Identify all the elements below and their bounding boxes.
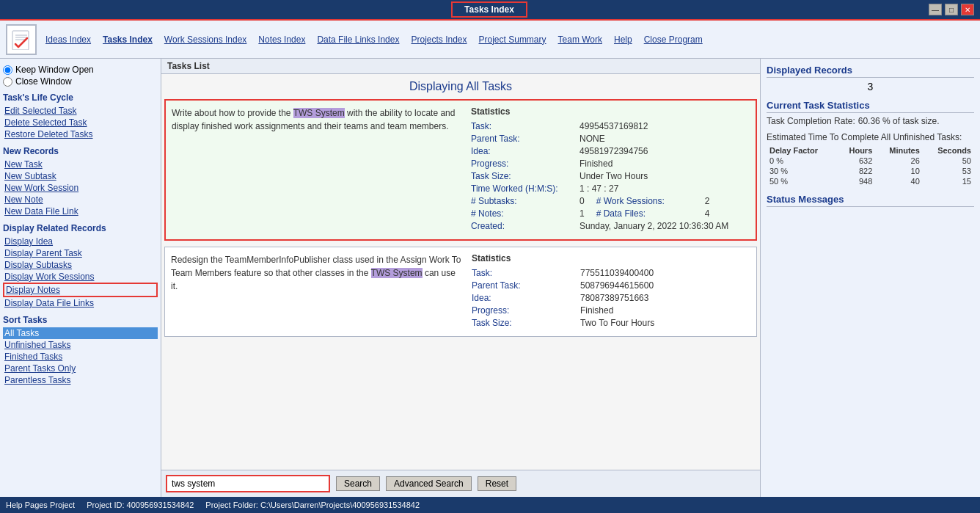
- tasks-list-title: Displaying All Tasks: [161, 74, 760, 96]
- stat-value-size-2: Two To Four Hours: [580, 318, 654, 328]
- status-messages-title: Status Messages: [767, 194, 974, 207]
- reset-button[interactable]: Reset: [478, 476, 516, 491]
- estimate-delay-0: 0 %: [767, 156, 837, 166]
- keep-window-label: Keep Window Open: [15, 65, 94, 75]
- sidebar-new-note[interactable]: New Note: [3, 194, 158, 205]
- sidebar-delete-task[interactable]: Delete Selected Task: [3, 117, 158, 128]
- logo-icon: [11, 29, 32, 50]
- keep-window-radio[interactable]: [3, 65, 12, 75]
- content-area: Tasks List Displaying All Tasks Write ab…: [161, 59, 760, 497]
- sidebar-parentless-tasks[interactable]: Parentless Tasks: [3, 374, 158, 386]
- keep-window-open-option[interactable]: Keep Window Open: [3, 65, 158, 75]
- menu-link-notes-index[interactable]: Notes Index: [258, 34, 305, 45]
- sidebar-new-work-session[interactable]: New Work Session: [3, 182, 158, 194]
- sidebar-finished-tasks[interactable]: Finished Tasks: [3, 351, 158, 363]
- sidebar-all-tasks[interactable]: All Tasks: [3, 327, 158, 339]
- estimate-header-seconds: Seconds: [923, 145, 974, 156]
- stat-value-task-2: 775511039400400: [580, 268, 654, 278]
- stat-pair-notes-1: # Notes: 1: [471, 208, 585, 219]
- estimate-table: Delay Factor Hours Minutes Seconds 0 % 6…: [767, 145, 974, 186]
- sidebar-new-task[interactable]: New Task: [3, 159, 158, 170]
- stats-title-2: Statistics: [472, 253, 750, 263]
- title-bar: Tasks Index — □ ✕: [0, 0, 980, 21]
- completion-rate: Task Completion Rate: 60.36 % of task si…: [767, 116, 974, 126]
- stat-label-notes-1: # Notes:: [471, 208, 574, 219]
- stat-row-parent-1: Parent Task: NONE: [471, 134, 750, 144]
- stat-value-parent-1: NONE: [579, 134, 605, 144]
- maximize-button[interactable]: □: [945, 4, 958, 15]
- current-stats-title: Current Task Statistics: [767, 100, 974, 113]
- sidebar-parent-tasks-only[interactable]: Parent Tasks Only: [3, 363, 158, 374]
- menu-link-project-summary[interactable]: Project Summary: [479, 34, 546, 45]
- stat-row-time-1: Time Worked (H:M:S): 1 : 47 : 27: [471, 183, 750, 194]
- task-card-2[interactable]: Redesign the TeamMemberInfoPublisher cla…: [164, 247, 757, 337]
- search-input[interactable]: [167, 476, 329, 491]
- tasks-list-header: Tasks List: [161, 59, 760, 74]
- advanced-search-button[interactable]: Advanced Search: [386, 476, 472, 491]
- sidebar-edit-task[interactable]: Edit Selected Task: [3, 105, 158, 117]
- main-layout: Keep Window Open Close Window Task's Lif…: [0, 59, 980, 497]
- sidebar-display-notes[interactable]: Display Notes: [4, 284, 156, 296]
- sidebar-unfinished-tasks[interactable]: Unfinished Tasks: [3, 339, 158, 351]
- sidebar-display-data-file-links[interactable]: Display Data File Links: [3, 297, 158, 309]
- completion-rate-label: Task Completion Rate:: [767, 116, 855, 126]
- task-card-1[interactable]: Write about how to provide the TWS Syste…: [164, 99, 757, 241]
- tasks-scroll-area[interactable]: Write about how to provide the TWS Syste…: [161, 96, 760, 470]
- menu-link-ideas-index[interactable]: Ideas Index: [45, 34, 91, 45]
- stat-row-double-2: # Notes: 1 # Data Files: 4: [471, 208, 750, 219]
- stat-label-datafiles-1: # Data Files:: [596, 208, 699, 219]
- minimize-button[interactable]: —: [929, 4, 942, 15]
- menu-link-close-program[interactable]: Close Program: [644, 34, 703, 45]
- estimate-row-2: 50 % 948 40 15: [767, 176, 974, 186]
- menu-link-tasks-index[interactable]: Tasks Index: [103, 34, 153, 45]
- stat-label-subtasks-1: # Subtasks:: [471, 196, 574, 206]
- stat-value-notes-1: 1: [579, 208, 585, 219]
- sidebar-restore-task[interactable]: Restore Deleted Tasks: [3, 128, 158, 140]
- menu-link-work-sessions-index[interactable]: Work Sessions Index: [164, 34, 247, 45]
- window-title: Tasks Index: [451, 1, 527, 18]
- search-button[interactable]: Search: [336, 476, 380, 491]
- window-controls: — □ ✕: [929, 4, 974, 15]
- stat-label-idea-1: Idea:: [471, 146, 574, 156]
- stat-value-datafiles-1: 4: [705, 208, 710, 219]
- estimate-delay-2: 50 %: [767, 176, 837, 186]
- estimate-header-minutes: Minutes: [875, 145, 923, 156]
- estimate-seconds-1: 53: [923, 166, 974, 176]
- stat-label-task-1: Task:: [471, 121, 574, 131]
- stat-label-task-2: Task:: [472, 268, 574, 278]
- menu-link-team-work[interactable]: Team Work: [558, 34, 602, 45]
- menu-bar: Ideas Index Tasks Index Work Sessions In…: [0, 21, 980, 59]
- close-button[interactable]: ✕: [961, 4, 974, 15]
- stat-label-time-1: Time Worked (H:M:S):: [471, 183, 574, 194]
- stat-label-parent-2: Parent Task:: [472, 280, 574, 291]
- highlight-tws-system-2: TWS System: [371, 268, 423, 278]
- sort-tasks-section-title: Sort Tasks: [3, 315, 158, 325]
- sidebar-display-subtasks[interactable]: Display Subtasks: [3, 259, 158, 271]
- right-panel: Displayed Records 3 Current Task Statist…: [760, 59, 980, 497]
- stat-value-time-1: 1 : 47 : 27: [579, 183, 618, 194]
- estimate-seconds-2: 15: [923, 176, 974, 186]
- status-help-project: Help Pages Project: [6, 501, 75, 509]
- highlight-tws-system-1: TWS System: [293, 108, 345, 118]
- stat-row-idea-2: Idea: 78087389751663: [472, 293, 750, 303]
- stat-pair-subtasks-1: # Subtasks: 0: [471, 196, 585, 206]
- menu-link-data-file-links-index[interactable]: Data File Links Index: [317, 34, 399, 45]
- stat-row-task-1: Task: 49954537169812: [471, 121, 750, 131]
- sidebar-new-subtask[interactable]: New Subtask: [3, 170, 158, 182]
- estimate-row-0: 0 % 632 26 50: [767, 156, 974, 166]
- search-input-wrapper: [166, 475, 330, 492]
- estimate-minutes-0: 26: [875, 156, 923, 166]
- stat-value-progress-2: Finished: [580, 305, 613, 316]
- stat-label-idea-2: Idea:: [472, 293, 574, 303]
- sidebar-new-data-file-link[interactable]: New Data File Link: [3, 205, 158, 217]
- menu-link-help[interactable]: Help: [614, 34, 632, 45]
- close-window-radio[interactable]: [3, 77, 12, 87]
- sidebar-display-work-sessions[interactable]: Display Work Sessions: [3, 271, 158, 283]
- menu-link-projects-index[interactable]: Projects Index: [411, 34, 467, 45]
- sidebar-display-idea[interactable]: Display Idea: [3, 236, 158, 247]
- close-window-option[interactable]: Close Window: [3, 76, 158, 87]
- stat-value-subtasks-1: 0: [579, 196, 585, 206]
- sidebar-display-parent-task[interactable]: Display Parent Task: [3, 247, 158, 259]
- displayed-records-count: 3: [767, 81, 974, 92]
- task-desc-2: Redesign the TeamMemberInfoPublisher cla…: [171, 253, 463, 330]
